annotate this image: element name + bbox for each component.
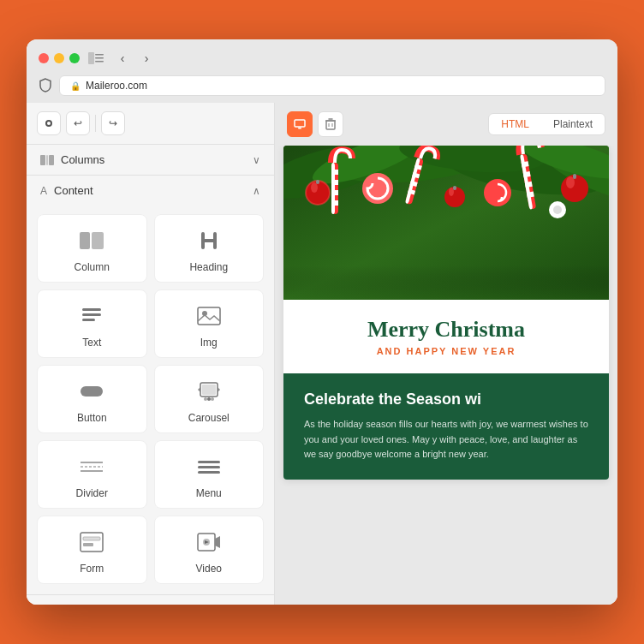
content-item-divider[interactable]: Divider — [37, 440, 147, 509]
record-button[interactable] — [37, 111, 61, 135]
content-item-video[interactable]: Video — [154, 516, 265, 584]
desktop-view-button[interactable] — [287, 111, 313, 137]
svg-rect-14 — [82, 308, 101, 311]
content-label: Content — [54, 184, 93, 197]
svg-rect-78 — [453, 186, 456, 190]
content-grid: Column Heading — [27, 206, 274, 594]
svg-rect-13 — [213, 232, 217, 249]
text-icon — [78, 302, 105, 330]
carousel-icon — [195, 378, 223, 405]
svg-rect-8 — [49, 155, 54, 165]
svg-point-23 — [207, 397, 211, 401]
browser-window: ‹ › 🔒 Maileroo.com — [27, 39, 617, 605]
toolbar-divider — [95, 115, 96, 132]
divider-icon — [78, 453, 105, 480]
svg-point-5 — [47, 122, 51, 125]
content-item-carousel[interactable]: Carousel — [154, 365, 265, 433]
lock-icon: 🔒 — [70, 81, 80, 91]
back-arrow[interactable]: ‹ — [112, 48, 133, 69]
button-icon — [78, 378, 105, 405]
columns-icon — [40, 155, 54, 165]
html-view-button[interactable]: HTML — [489, 114, 541, 134]
svg-rect-54 — [331, 180, 338, 185]
content-item-img[interactable]: Img — [154, 289, 265, 358]
columns-label: Columns — [61, 153, 104, 166]
redo-button[interactable]: ↪ — [101, 111, 125, 135]
traffic-light-red[interactable] — [39, 53, 49, 63]
svg-rect-33 — [83, 543, 93, 546]
redo-icon: ↪ — [109, 117, 117, 129]
content-section: A Content ∧ Column — [27, 176, 274, 595]
content-item-heading[interactable]: Heading — [154, 214, 265, 283]
plaintext-view-button[interactable]: Plaintext — [541, 114, 605, 134]
button-label: Button — [77, 412, 107, 424]
svg-rect-21 — [202, 385, 216, 395]
svg-point-24 — [211, 397, 214, 401]
main-toolbar: HTML Plaintext — [275, 103, 617, 146]
view-toggle: HTML Plaintext — [488, 113, 605, 135]
column-icon — [78, 227, 105, 254]
browser-chrome: ‹ › 🔒 Maileroo.com — [27, 39, 617, 103]
toolbar-row: ↩ ↪ — [27, 103, 274, 145]
email-text-section: Merry Christma AND HAPPY NEW YEAR — [283, 300, 609, 373]
svg-rect-75 — [573, 174, 576, 179]
happy-new-year-text: AND HAPPY NEW YEAR — [304, 346, 588, 356]
svg-rect-6 — [40, 155, 45, 165]
svg-rect-29 — [198, 466, 220, 468]
img-label: Img — [200, 337, 218, 349]
svg-rect-15 — [82, 313, 101, 316]
columns-section: Columns ∨ — [27, 145, 274, 176]
nav-arrows: ‹ › — [112, 48, 157, 69]
address-bar[interactable]: 🔒 Maileroo.com — [59, 75, 605, 96]
svg-rect-2 — [95, 57, 104, 59]
email-preview: Merry Christma AND HAPPY NEW YEAR Celebr… — [275, 146, 617, 605]
svg-rect-9 — [80, 232, 90, 249]
img-icon — [195, 302, 223, 330]
form-icon — [78, 528, 105, 556]
divider-label: Divider — [76, 487, 108, 499]
svg-rect-1 — [95, 54, 104, 56]
traffic-light-yellow[interactable] — [54, 53, 64, 63]
content-item-form[interactable]: Form — [37, 516, 147, 584]
delete-button[interactable] — [318, 111, 343, 137]
svg-rect-55 — [331, 190, 338, 195]
forward-arrow[interactable]: › — [136, 48, 157, 69]
carousel-label: Carousel — [188, 412, 230, 424]
svg-rect-7 — [46, 155, 48, 165]
svg-rect-16 — [82, 319, 95, 321]
svg-rect-0 — [88, 52, 94, 64]
main-content: HTML Plaintext — [275, 103, 617, 605]
content-item-text[interactable]: Text — [37, 289, 147, 358]
content-item-column[interactable]: Column — [37, 214, 147, 283]
svg-rect-56 — [331, 200, 338, 206]
content-icon: A — [40, 185, 47, 197]
svg-rect-28 — [198, 461, 220, 463]
sidebar-toggle-icon[interactable] — [88, 52, 104, 64]
traffic-light-green[interactable] — [69, 53, 80, 63]
body-text: As the holiday season fills our hearts w… — [304, 417, 588, 462]
svg-rect-37 — [298, 128, 301, 129]
content-item-button[interactable]: Button — [37, 365, 147, 433]
url-text: Maileroo.com — [86, 80, 147, 92]
undo-button[interactable]: ↩ — [66, 111, 90, 135]
svg-rect-19 — [80, 386, 103, 397]
heading-icon — [195, 227, 223, 254]
svg-rect-31 — [80, 533, 103, 552]
svg-rect-17 — [198, 307, 220, 325]
content-item-menu[interactable]: Menu — [154, 440, 265, 509]
form-label: Form — [80, 563, 104, 575]
svg-point-22 — [204, 397, 207, 401]
columns-section-header[interactable]: Columns ∨ — [27, 145, 274, 175]
celebrate-heading-text: Celebrate the Season wi — [304, 391, 588, 408]
content-section-header[interactable]: A Content ∧ — [27, 176, 274, 206]
menu-icon — [195, 453, 223, 480]
svg-rect-3 — [95, 61, 104, 63]
svg-rect-53 — [331, 170, 338, 175]
traffic-lights — [39, 53, 80, 63]
menu-label: Menu — [196, 487, 222, 499]
column-label: Column — [75, 261, 110, 273]
svg-rect-30 — [198, 471, 220, 474]
svg-rect-36 — [295, 120, 305, 127]
undo-icon: ↩ — [74, 117, 82, 129]
svg-rect-32 — [83, 537, 100, 540]
